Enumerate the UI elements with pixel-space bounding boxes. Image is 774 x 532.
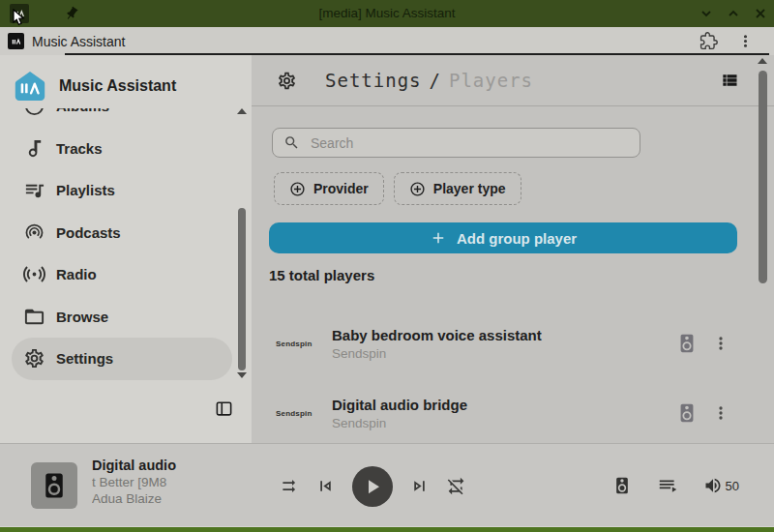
collapse-sidebar-icon[interactable] xyxy=(215,399,233,418)
next-track-icon[interactable] xyxy=(409,476,430,496)
sidebar-item-radio[interactable]: Radio xyxy=(12,253,232,296)
player-row-text: Baby bedroom voice assistant Sendspin xyxy=(332,327,676,361)
extensions-icon[interactable] xyxy=(700,32,718,50)
players-list: Sendspin Baby bedroom voice assistant Se… xyxy=(252,309,774,448)
main-scrollbar[interactable] xyxy=(759,58,767,440)
active-player-speaker-icon[interactable] xyxy=(612,476,633,496)
sidebar-header: Music Assistant xyxy=(0,55,252,107)
provider-filter-label: Provider xyxy=(313,181,369,196)
sidebar-item-label: Tracks xyxy=(56,140,103,157)
main-panel: Settings/Players Provider xyxy=(252,55,774,443)
sidebar-item-label: Browse xyxy=(56,309,108,325)
minimize-button[interactable] xyxy=(699,6,714,21)
speaker-icon[interactable] xyxy=(676,333,698,354)
filter-row: Provider Player type xyxy=(274,172,774,205)
album-icon xyxy=(23,108,45,117)
provider-filter-button[interactable]: Provider xyxy=(274,172,384,205)
sidebar-scrollbar[interactable] xyxy=(238,108,246,389)
scrollbar-thumb[interactable] xyxy=(759,71,767,283)
previous-track-icon[interactable] xyxy=(315,476,336,496)
player-row[interactable]: Sendspin Baby bedroom voice assistant Se… xyxy=(252,309,774,378)
mouse-cursor xyxy=(13,9,26,26)
window-title: [media] Music Assistant xyxy=(0,0,774,27)
now-playing-player: Digital audio xyxy=(92,458,264,473)
now-playing-info[interactable]: Digital audio t Better [9M8 Adua Blaize xyxy=(92,458,264,506)
shuffle-off-icon[interactable] xyxy=(279,476,299,496)
sidebar-item-label: Playlists xyxy=(56,182,115,198)
sidebar-app-title: Music Assistant xyxy=(59,77,176,95)
player-provider: Sendspin xyxy=(332,346,676,361)
close-button[interactable] xyxy=(753,6,768,21)
sidebar-item-label: Podcasts xyxy=(56,224,121,241)
sidebar-item-label: Radio xyxy=(56,266,97,282)
player-type-filter-button[interactable]: Player type xyxy=(394,172,521,205)
breadcrumb-separator: / xyxy=(430,70,441,91)
player-name: Baby bedroom voice assistant xyxy=(332,327,676,343)
playlist-icon xyxy=(23,179,45,201)
search-box[interactable] xyxy=(272,128,640,158)
provider-brand-logo: Sendspin xyxy=(276,340,332,348)
sidebar-item-label: Albums xyxy=(56,108,109,114)
add-group-player-label: Add group player xyxy=(457,230,577,247)
folder-icon xyxy=(23,306,45,328)
queue-icon[interactable] xyxy=(658,476,678,496)
plus-circle-icon xyxy=(409,181,426,197)
album-art[interactable] xyxy=(31,462,77,509)
now-playing-track: t Better [9M8 xyxy=(92,475,264,489)
search-input[interactable] xyxy=(309,134,629,152)
player-type-filter-label: Player type xyxy=(433,181,506,196)
maximize-button[interactable] xyxy=(726,6,741,21)
toolbar-app-name: Music Assistant xyxy=(32,34,125,49)
browser-toolbar: Music Assistant xyxy=(0,27,774,55)
play-button[interactable] xyxy=(352,466,393,507)
app-body: Music Assistant Albums Tracks Playlists xyxy=(0,55,774,443)
transport-controls xyxy=(279,444,466,528)
player-provider: Sendspin xyxy=(332,416,676,430)
row-menu-icon[interactable] xyxy=(711,403,730,423)
add-group-player-button[interactable]: Add group player xyxy=(269,222,737,253)
row-menu-icon[interactable] xyxy=(711,334,730,353)
player-name: Digital audio bridge xyxy=(332,397,676,413)
browser-menu-icon[interactable] xyxy=(736,32,755,50)
gear-icon xyxy=(23,347,45,369)
sidebar-item-playlists[interactable]: Playlists xyxy=(12,169,232,212)
provider-brand-logo: Sendspin xyxy=(276,409,332,418)
sidebar-nav: Albums Tracks Playlists xyxy=(0,108,252,443)
view-list-icon[interactable] xyxy=(720,71,739,90)
sidebar-item-tracks[interactable]: Tracks xyxy=(12,128,232,170)
player-bar: Digital audio t Better [9M8 Adua Blaize xyxy=(0,443,774,527)
plus-circle-icon xyxy=(289,181,306,197)
plus-icon xyxy=(430,229,447,247)
broadcast-icon xyxy=(23,263,45,285)
total-players-label: 15 total players xyxy=(269,267,774,283)
page-header: Settings/Players xyxy=(252,55,774,106)
music-assistant-logo xyxy=(14,71,46,102)
scroll-down-arrow[interactable] xyxy=(237,372,247,378)
scrollbar-thumb[interactable] xyxy=(238,208,246,370)
play-icon xyxy=(361,475,384,498)
sidebar-item-label: Settings xyxy=(56,350,113,367)
search-icon xyxy=(283,134,300,151)
scroll-up-arrow[interactable] xyxy=(758,58,767,64)
sidebar-item-albums[interactable]: Albums xyxy=(12,108,232,128)
sidebar-item-settings[interactable]: Settings xyxy=(12,338,232,380)
app-favicon xyxy=(8,33,24,49)
player-row[interactable]: Sendspin Digital audio bridge Sendspin xyxy=(252,378,774,448)
window-titlebar: [media] Music Assistant xyxy=(0,0,774,27)
sidebar-item-podcasts[interactable]: Podcasts xyxy=(12,212,232,254)
now-playing-artist: Adua Blaize xyxy=(92,491,264,506)
music-note-icon xyxy=(23,137,45,160)
sidebar: Music Assistant Albums Tracks Playlists xyxy=(0,55,252,443)
breadcrumb-settings[interactable]: Settings xyxy=(325,70,422,91)
repeat-off-icon[interactable] xyxy=(446,476,466,496)
window-bottom-edge xyxy=(0,526,774,532)
player-bar-right: 50 xyxy=(612,444,739,528)
podcast-icon xyxy=(23,222,45,244)
volume-level: 50 xyxy=(726,479,739,493)
sidebar-item-browse[interactable]: Browse xyxy=(12,296,232,339)
volume-control[interactable]: 50 xyxy=(703,476,739,496)
breadcrumb: Settings/Players xyxy=(325,70,533,91)
scroll-up-arrow[interactable] xyxy=(237,108,247,114)
player-row-text: Digital audio bridge Sendspin xyxy=(332,397,676,430)
speaker-icon[interactable] xyxy=(676,402,698,424)
